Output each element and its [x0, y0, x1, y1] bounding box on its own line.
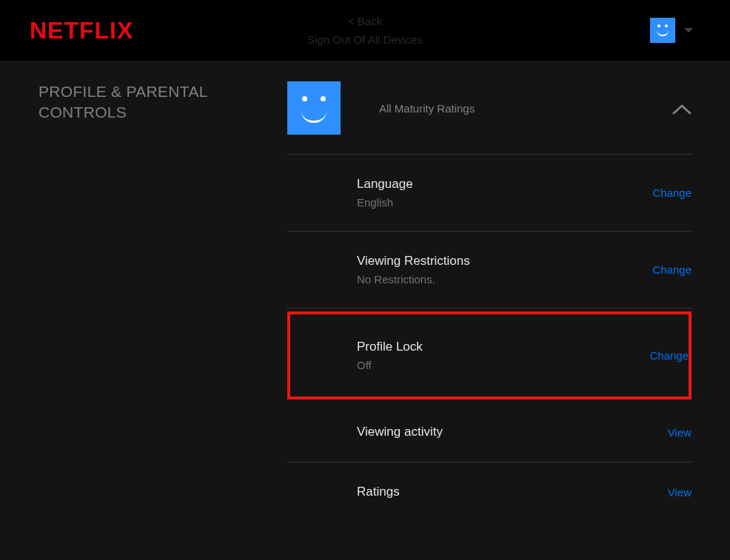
setting-row-ratings: Ratings View — [287, 462, 692, 522]
profile-header[interactable]: All Maturity Ratings — [287, 81, 692, 155]
main-panel: All Maturity Ratings Language English Ch… — [287, 61, 730, 560]
smiley-avatar-icon — [287, 81, 341, 135]
setting-value-language: English — [357, 196, 413, 209]
view-link-ratings[interactable]: View — [668, 486, 692, 499]
setting-value-profile-lock: Off — [357, 359, 423, 371]
header-faded-line1: < Back — [307, 12, 423, 31]
setting-title-profile-lock: Profile Lock — [357, 340, 423, 354]
setting-row-viewing-restrictions: Viewing Restrictions No Restrictions. Ch… — [287, 232, 692, 308]
header-faded-text: < Back Sign Out Of All Devices — [307, 12, 423, 50]
sidebar: PROFILE & PARENTAL CONTROLS — [0, 61, 287, 560]
page-title: PROFILE & PARENTAL CONTROLS — [38, 81, 287, 124]
change-link-language[interactable]: Change — [652, 186, 692, 199]
setting-row-viewing-activity: Viewing activity View — [287, 402, 692, 462]
setting-row-profile-lock: Profile Lock Off Change — [290, 314, 689, 397]
setting-value-viewing-restrictions: No Restrictions. — [357, 273, 470, 286]
setting-title-ratings: Ratings — [357, 485, 400, 499]
header-faded-line2: Sign Out Of All Devices — [307, 30, 423, 50]
app-header: NETFLIX < Back Sign Out Of All Devices — [0, 0, 730, 61]
netflix-logo[interactable]: NETFLIX — [30, 17, 133, 44]
setting-title-viewing-restrictions: Viewing Restrictions — [357, 254, 470, 269]
setting-row-language: Language English Change — [287, 155, 692, 232]
caret-down-icon — [684, 28, 693, 33]
setting-title-language: Language — [357, 177, 413, 192]
header-profile-menu[interactable] — [650, 18, 693, 43]
change-link-profile-lock[interactable]: Change — [649, 349, 689, 362]
smiley-avatar-icon — [650, 18, 675, 43]
highlight-box: Profile Lock Off Change — [287, 311, 692, 399]
maturity-rating: All Maturity Ratings — [379, 102, 475, 115]
change-link-viewing-restrictions[interactable]: Change — [652, 263, 692, 276]
content-area: PROFILE & PARENTAL CONTROLS All Maturity… — [0, 61, 730, 560]
setting-title-viewing-activity: Viewing activity — [357, 425, 443, 439]
view-link-viewing-activity[interactable]: View — [668, 426, 692, 439]
chevron-up-icon[interactable] — [672, 104, 692, 115]
